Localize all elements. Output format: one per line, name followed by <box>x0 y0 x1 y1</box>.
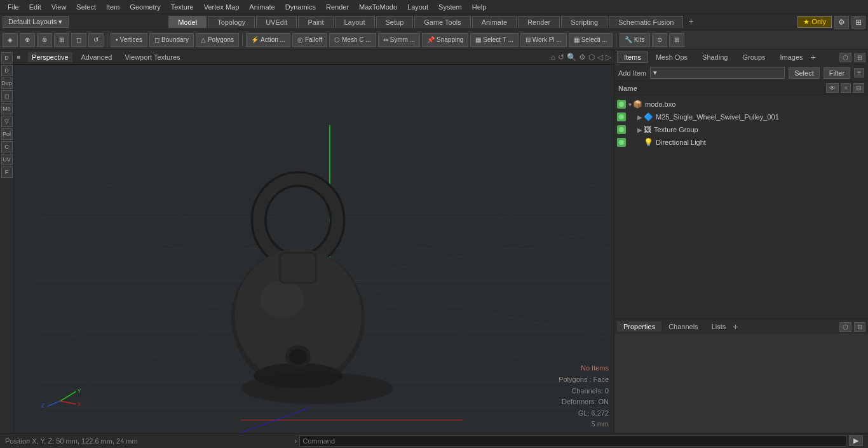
tool-view2[interactable]: ⊞ <box>669 33 684 47</box>
sidebar-item-3[interactable]: ◻ <box>1 90 13 102</box>
items-tab-plus[interactable]: + <box>811 52 816 62</box>
tab-scripting[interactable]: Scripting <box>561 16 607 28</box>
tree-item-modo[interactable]: ▾ 📦 modo.bxo <box>614 98 868 111</box>
tool-falloff[interactable]: ◎ Falloff <box>292 33 327 47</box>
tool-edges[interactable]: ⊛ <box>37 33 52 47</box>
filter-button[interactable]: Filter <box>824 67 850 79</box>
vis-m25[interactable] <box>617 112 626 121</box>
sidebar-item-me[interactable]: Me <box>1 103 13 114</box>
tool-select-mode[interactable]: ◈ <box>3 33 18 47</box>
tab-gametools[interactable]: Game Tools <box>414 16 471 28</box>
sidebar-item-pol[interactable]: Pol <box>1 128 13 140</box>
vp-icon-nav[interactable]: ◁ <box>597 53 603 62</box>
menu-system[interactable]: System <box>433 2 467 12</box>
tool-view1[interactable]: ⊙ <box>652 33 667 47</box>
vp-tab-perspective[interactable]: Perspective <box>28 52 72 62</box>
tree-item-light[interactable]: ▶ 💡 Directional Light <box>614 136 868 149</box>
cmd-run-btn[interactable]: ▶ <box>849 435 863 446</box>
menu-maxtomodo[interactable]: MaxToModo <box>354 2 402 12</box>
vp-tab-advanced[interactable]: Advanced <box>78 52 116 62</box>
items-tab-meshops[interactable]: Mesh Ops <box>649 51 695 63</box>
sidebar-item-5[interactable]: C <box>1 141 13 153</box>
tab-paint[interactable]: Paint <box>298 16 333 28</box>
items-tab-groups[interactable]: Groups <box>735 51 772 63</box>
tool-work-pl[interactable]: ⊟ Work Pl ... <box>520 33 567 47</box>
menu-item[interactable]: Item <box>101 2 125 12</box>
collapse-icon[interactable]: ■ <box>17 53 20 60</box>
tab-model[interactable]: Model <box>168 16 207 28</box>
sidebar-item-1[interactable]: D <box>1 52 13 64</box>
layout-dropdown[interactable]: Default Layouts ▾ <box>3 16 69 28</box>
tab-schematic[interactable]: Schematic Fusion <box>609 16 683 28</box>
vis-modo[interactable] <box>617 100 626 109</box>
prop-tab-properties[interactable]: Properties <box>617 322 661 332</box>
prop-tab-lists[interactable]: Lists <box>705 322 733 332</box>
menu-help[interactable]: Help <box>467 2 492 12</box>
vp-icon-zoom[interactable]: 🔍 <box>567 53 576 62</box>
tool-mat[interactable]: ◻ <box>71 33 86 47</box>
items-sort-btn[interactable]: ⊟ <box>853 83 864 93</box>
menu-file[interactable]: File <box>3 2 24 12</box>
vp-icon-home[interactable]: ⌂ <box>551 53 555 62</box>
select-button[interactable]: Select <box>789 67 820 79</box>
vp-icon-nav2[interactable]: ▷ <box>606 53 611 62</box>
items-options-btn[interactable]: ≡ <box>854 68 864 78</box>
tree-item-m25[interactable]: ▶ 🔷 M25_Single_Wheel_Swivel_Pulley_001 <box>614 111 868 123</box>
vp-icon-rotate[interactable]: ↺ <box>558 53 564 62</box>
viewport[interactable]: ■ Perspective Advanced Viewport Textures… <box>14 50 614 433</box>
vis-light[interactable] <box>617 138 626 147</box>
tree-item-texture[interactable]: ▶ 🖼 Texture Group <box>614 123 868 136</box>
layout-icon1[interactable]: ⚙ <box>834 16 849 29</box>
sidebar-item-2[interactable]: D <box>1 65 13 76</box>
tab-layout[interactable]: Layout <box>335 16 375 28</box>
prop-expand-btn[interactable]: ⬡ <box>839 322 851 332</box>
vis-texture[interactable] <box>617 125 626 134</box>
tool-polygons[interactable]: △ Polygons <box>196 33 239 47</box>
tool-selecti[interactable]: ▦ Selecti ... <box>569 33 613 47</box>
tab-topology[interactable]: Topology <box>208 16 255 28</box>
tool-snapping[interactable]: 📌 Snapping <box>422 33 468 47</box>
tool-boundary[interactable]: ◻ Boundary <box>149 33 194 47</box>
menu-render[interactable]: Render <box>321 2 354 12</box>
items-add-btn[interactable]: + <box>841 83 851 93</box>
menu-view[interactable]: View <box>46 2 72 12</box>
tool-kits[interactable]: 🔧 Kits <box>620 33 650 47</box>
prop-tab-channels[interactable]: Channels <box>662 322 704 332</box>
menu-geometry[interactable]: Geometry <box>125 2 165 12</box>
tool-pts[interactable]: ⊕ <box>20 33 35 47</box>
tool-mesh-c[interactable]: ⬡ Mesh C ... <box>329 33 376 47</box>
tab-render[interactable]: Render <box>518 16 560 28</box>
tool-symm[interactable]: ⇔ Symm ... <box>378 33 420 47</box>
sidebar-item-4[interactable]: ▽ <box>1 116 13 127</box>
menu-texture[interactable]: Texture <box>166 2 199 12</box>
tool-action[interactable]: ⚡ Action ... <box>246 33 290 47</box>
items-tab-shading[interactable]: Shading <box>695 51 735 63</box>
vp-tab-textures[interactable]: Viewport Textures <box>121 52 184 62</box>
layout-icon2[interactable]: ⊞ <box>851 16 865 29</box>
menu-dynamics[interactable]: Dynamics <box>280 2 321 12</box>
tool-item[interactable]: ↺ <box>88 33 104 47</box>
prop-tab-plus[interactable]: + <box>733 322 738 332</box>
items-vis-btn[interactable]: 👁 <box>826 83 839 93</box>
tool-select-t[interactable]: ▦ Select T ... <box>470 33 518 47</box>
tab-uvedit[interactable]: UVEdit <box>256 16 297 28</box>
items-collapse-btn[interactable]: ⊟ <box>854 53 865 62</box>
tab-animate[interactable]: Animate <box>472 16 517 28</box>
items-tab-images[interactable]: Images <box>773 51 810 63</box>
sidebar-item-f[interactable]: F <box>1 166 13 178</box>
tool-polys[interactable]: ⊞ <box>54 33 69 47</box>
vp-icon-gear[interactable]: ⚙ <box>579 53 586 62</box>
prop-collapse-btn[interactable]: ⊟ <box>854 322 865 332</box>
sidebar-item-uv[interactable]: UV <box>1 154 13 165</box>
tab-setup[interactable]: Setup <box>376 16 414 28</box>
command-input[interactable] <box>299 435 846 447</box>
menu-layout[interactable]: Layout <box>402 2 433 12</box>
menu-edit[interactable]: Edit <box>24 2 46 12</box>
items-tab-items[interactable]: Items <box>617 51 648 63</box>
menu-select[interactable]: Select <box>71 2 101 12</box>
items-expand-btn[interactable]: ⬡ <box>839 53 851 62</box>
menu-vertexmap[interactable]: Vertex Map <box>199 2 245 12</box>
tab-plus[interactable]: + <box>684 16 697 28</box>
vp-icon-expand[interactable]: ⬡ <box>588 53 595 62</box>
star-only-btn[interactable]: ★ Only <box>797 16 832 28</box>
